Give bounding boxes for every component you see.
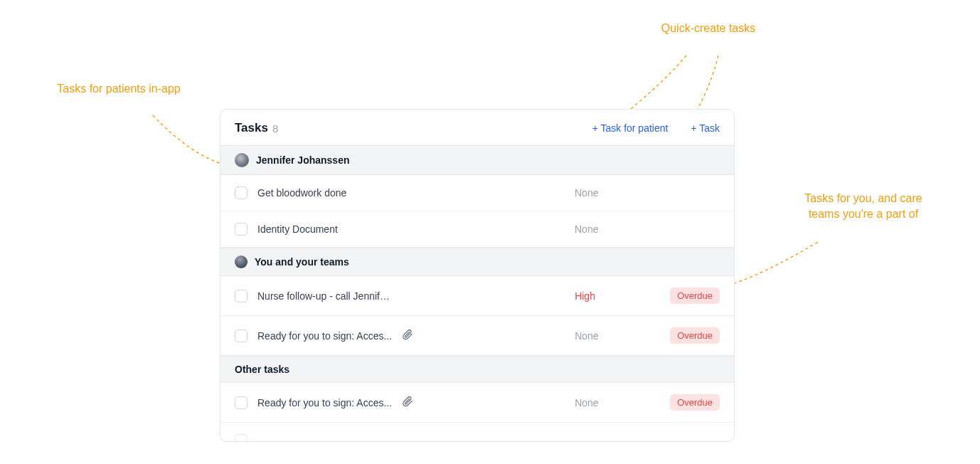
section-header-patient: Jennifer Johanssen	[220, 145, 734, 175]
callout-quick-create: Quick-create tasks	[644, 21, 772, 36]
status-badge: Overdue	[670, 288, 720, 304]
avatar-icon	[235, 153, 249, 167]
task-row[interactable]: Ready for you to sign: Acces... None Ove…	[220, 316, 734, 356]
section-label: Jennifer Johanssen	[256, 154, 350, 166]
task-checkbox[interactable]	[235, 396, 247, 409]
paperclip-icon	[402, 329, 413, 342]
task-checkbox[interactable]	[235, 434, 247, 442]
task-priority: None	[575, 397, 617, 408]
section-label: You and your teams	[255, 256, 349, 268]
task-row[interactable]: Ready for you to sign: Acces... None Ove…	[220, 383, 734, 423]
task-title: Ready for you to sign: Acces...	[257, 330, 392, 342]
add-task-link[interactable]: + Task	[691, 122, 720, 134]
card-title: Tasks	[235, 121, 268, 135]
section-header-your-teams: You and your teams	[220, 248, 734, 276]
task-title: Nurse follow-up - call Jennife...	[257, 290, 393, 302]
tasks-card: Tasks 8 + Task for patient + Task Jennif…	[220, 109, 735, 442]
callout-you-teams: Tasks for you, and care teams you're a p…	[799, 191, 927, 223]
task-priority: None	[575, 330, 617, 342]
task-checkbox[interactable]	[235, 329, 247, 342]
task-row[interactable]: Identity Document None	[220, 211, 734, 248]
task-checkbox[interactable]	[235, 290, 247, 302]
task-priority: High	[575, 290, 617, 302]
callout-patients: Tasks for patients in-app	[41, 81, 196, 97]
card-count: 8	[272, 122, 278, 135]
task-checkbox[interactable]	[235, 186, 247, 199]
paperclip-icon	[402, 396, 413, 409]
task-title: Get bloodwork done	[257, 187, 346, 199]
status-badge: Overdue	[670, 327, 720, 344]
section-header-other: Other tasks	[220, 356, 734, 383]
task-title: Ready for you to sign: Acces...	[257, 397, 392, 408]
task-row[interactable]: Get bloodwork done None	[220, 175, 734, 211]
task-row[interactable]: Nurse follow-up - call Jennife... High O…	[220, 276, 734, 316]
task-priority: None	[575, 223, 617, 235]
task-checkbox[interactable]	[235, 223, 247, 236]
task-priority: None	[575, 187, 617, 199]
tasks-card-header: Tasks 8 + Task for patient + Task	[220, 110, 734, 145]
task-row[interactable]	[220, 423, 734, 442]
task-title: Identity Document	[257, 223, 338, 235]
status-badge: Overdue	[670, 394, 720, 411]
add-task-for-patient-link[interactable]: + Task for patient	[592, 122, 669, 134]
avatar-icon	[235, 255, 247, 268]
section-label: Other tasks	[235, 364, 289, 375]
